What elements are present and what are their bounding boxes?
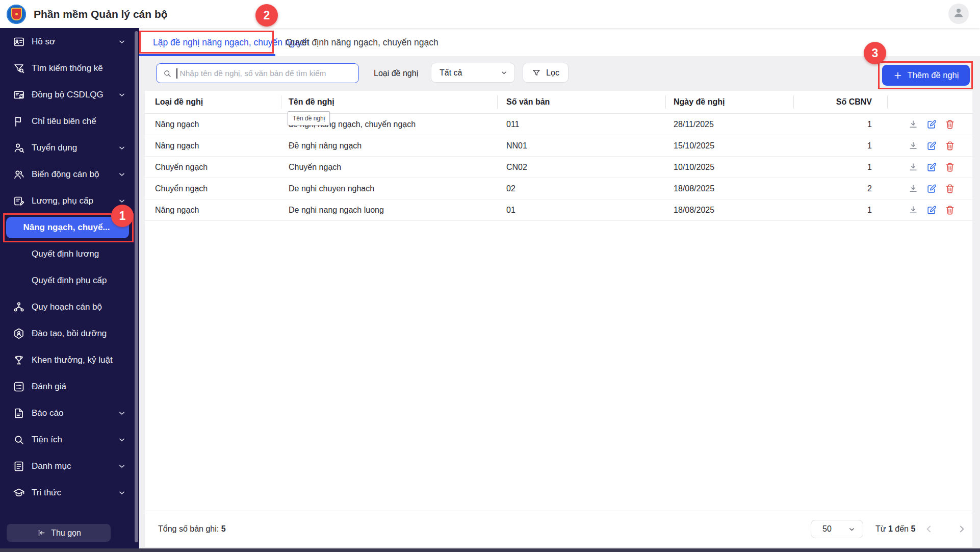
previous-page-button[interactable] (924, 524, 934, 534)
sidebar-item-tim-kiem-thong-ke[interactable]: Tìm kiếm thống kê (0, 55, 133, 82)
search-input[interactable] (179, 68, 359, 79)
sidebar-item-dao-tao-boi-duong[interactable]: Đào tạo, bồi dưỡng (0, 320, 133, 347)
table-row[interactable]: Nâng ngạchĐề nghị nâng ngạchNN0115/10/20… (145, 135, 972, 157)
chevron-down-icon (118, 197, 126, 205)
sidebar-item-chi-tieu-bien-che[interactable]: Chỉ tiêu biên chế (0, 108, 133, 135)
tab-quyet-dinh[interactable]: Quyết định nâng ngạch, chuyển ngạch (286, 28, 439, 56)
cell-name: De nghi chuyen nghach (281, 178, 497, 199)
table-row[interactable]: Nâng ngạchDe nghi nang ngach luong0118/0… (145, 199, 972, 221)
tab-bar: Lập đề nghị nâng ngạch, chuyển ngạch Quy… (139, 28, 980, 56)
cell-name: De nghi nang ngach luong (281, 199, 497, 220)
sidebar-item-danh-gia[interactable]: Đánh giá (0, 373, 133, 400)
window-bottom-edge (0, 548, 980, 552)
row-actions (887, 135, 972, 156)
table-body: Nâng ngạchđề nghị nâng ngạch, chuyển ngạ… (145, 114, 972, 221)
sidebar-item-tien-ich[interactable]: Tiện ích (0, 426, 133, 453)
sidebar-item-bao-cao[interactable]: Báo cáo (0, 400, 133, 426)
download-button[interactable] (908, 140, 919, 152)
sidebar-item-label: Tri thức (32, 488, 61, 498)
edit-button[interactable] (926, 183, 937, 194)
sidebar-item-danh-muc[interactable]: Danh mục (0, 453, 133, 480)
add-request-button[interactable]: Thêm đề nghị (882, 65, 970, 86)
row-actions (887, 178, 972, 199)
filter-button[interactable]: Lọc (523, 63, 569, 83)
sidebar-item-dong-bo-csdlqg[interactable]: Đồng bộ CSDLQG (0, 82, 133, 108)
type-filter-select[interactable]: Tất cả (431, 63, 515, 83)
chevron-down-icon (118, 409, 126, 417)
cell-cbnv-count: 1 (793, 135, 887, 156)
cell-doc-number: NN01 (497, 135, 665, 156)
user-badge-icon (13, 328, 25, 340)
delete-button[interactable] (944, 119, 956, 130)
edit-button[interactable] (926, 119, 937, 130)
flag-icon (13, 115, 25, 128)
collapse-label: Thu gọn (51, 529, 81, 538)
total-records: Tổng số bản ghi: 5 (158, 511, 226, 547)
delete-button[interactable] (944, 162, 956, 173)
delete-button[interactable] (944, 183, 956, 194)
person-icon (952, 6, 965, 21)
cell-cbnv-count: 1 (793, 199, 887, 220)
org-chart-icon (13, 301, 25, 313)
checklist-icon (13, 381, 25, 393)
sidebar-item-luong-phu-cap[interactable]: Lương, phụ cấp (0, 188, 133, 214)
sidebar-item-label: Tìm kiếm thống kê (32, 63, 103, 73)
chevron-down-icon (118, 436, 126, 444)
collapse-sidebar-button[interactable]: Thu gọn (7, 524, 111, 542)
cell-date: 18/08/2025 (665, 199, 793, 220)
table-row[interactable]: Chuyển ngạchChuyển ngạchCN0210/10/20251 (145, 157, 972, 178)
text-cursor (176, 68, 177, 79)
sidebar-item-tri-thuc[interactable]: Tri thức (0, 480, 133, 506)
chevron-left-icon (924, 527, 934, 536)
collapse-icon (36, 528, 46, 538)
type-filter-label: Loại đề nghị (374, 56, 418, 91)
graduation-cap-icon (13, 487, 25, 499)
next-page-button[interactable] (957, 524, 967, 534)
app-window: Phần mềm Quản lý cán bộ Hồ sơTìm kiếm th… (0, 0, 980, 552)
sidebar-item-nang-ngach-chuyen[interactable]: Nâng ngạch, chuyể... (0, 214, 133, 241)
user-avatar[interactable] (948, 4, 969, 24)
table-row[interactable]: Nâng ngạchđề nghị nâng ngạch, chuyển ngạ… (145, 114, 972, 135)
cell-type: Chuyển ngạch (145, 178, 281, 199)
sidebar-item-label: Nâng ngạch, chuyể... (23, 222, 110, 233)
cell-date: 15/10/2025 (665, 135, 793, 156)
sidebar-item-quyet-dinh-luong[interactable]: Quyết định lương (0, 241, 133, 267)
delete-button[interactable] (944, 140, 956, 152)
cell-doc-number: 02 (497, 178, 665, 199)
cell-cbnv-count: 1 (793, 157, 887, 178)
type-filter-value: Tất cả (440, 68, 462, 78)
download-button[interactable] (908, 183, 919, 194)
column-tooltip: Tên đề nghị (288, 111, 330, 126)
cell-type: Nâng ngạch (145, 135, 281, 156)
page-size-select[interactable]: 50 (811, 520, 863, 538)
table-row[interactable]: Chuyển ngạchDe nghi chuyen nghach0218/08… (145, 178, 972, 199)
sidebar-item-quy-hoach-can-bo[interactable]: Quy hoạch cán bộ (0, 294, 133, 320)
sidebar-item-ho-so[interactable]: Hồ sơ (0, 29, 133, 55)
sidebar-item-label: Đồng bộ CSDLQG (32, 90, 104, 100)
filter-button-label: Lọc (546, 68, 559, 78)
sidebar-scrollbar[interactable] (135, 31, 138, 542)
download-button[interactable] (908, 162, 919, 173)
sidebar-item-label: Lương, phụ cấp (32, 196, 93, 206)
download-button[interactable] (908, 119, 919, 130)
sidebar-item-tuyen-dung[interactable]: Tuyển dụng (0, 135, 133, 161)
sidebar-item-label: Hồ sơ (32, 37, 55, 47)
sidebar-item-bien-dong-can-bo[interactable]: Biến động cán bộ (0, 161, 133, 188)
edit-button[interactable] (926, 205, 937, 216)
sidebar-item-label: Tiện ích (32, 435, 62, 445)
users-icon (13, 168, 25, 181)
edit-button[interactable] (926, 140, 937, 152)
cell-name: Đề nghị nâng ngạch (281, 135, 497, 156)
delete-button[interactable] (944, 205, 956, 216)
sidebar-item-quyet-dinh-phu-cap[interactable]: Quyết định phụ cấp (0, 267, 133, 294)
edit-button[interactable] (926, 162, 937, 173)
sidebar-item-label: Quyết định lương (32, 249, 99, 259)
column-header-name: Tên đề nghị (281, 91, 497, 113)
download-button[interactable] (908, 205, 919, 216)
sidebar-item-khen-thuong-ky-luat[interactable]: Khen thưởng, kỷ luật (0, 347, 133, 373)
cell-date: 10/10/2025 (665, 157, 793, 178)
sidebar-item-label: Đào tạo, bồi dưỡng (32, 329, 107, 339)
chevron-down-icon (118, 38, 126, 46)
sidebar-item-label: Danh mục (32, 461, 71, 471)
column-header-count: Số CBNV (793, 91, 887, 113)
